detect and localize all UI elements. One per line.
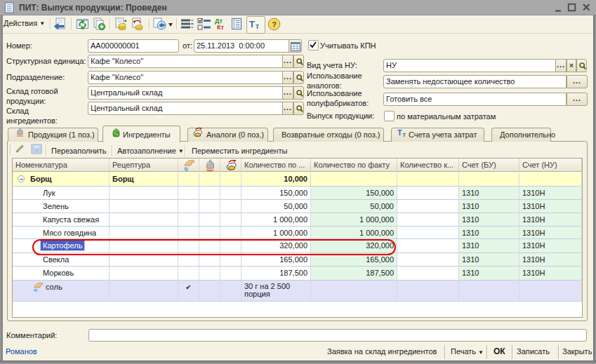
svg-text:Кт: Кт [217, 24, 224, 31]
svg-text:?: ? [272, 20, 277, 29]
svg-text:ОК: ОК [34, 150, 39, 154]
svg-text:т: т [256, 22, 259, 29]
svg-text:т: т [403, 131, 406, 137]
svg-text:Т: Т [249, 19, 255, 29]
svg-text:Т: Т [397, 128, 402, 137]
